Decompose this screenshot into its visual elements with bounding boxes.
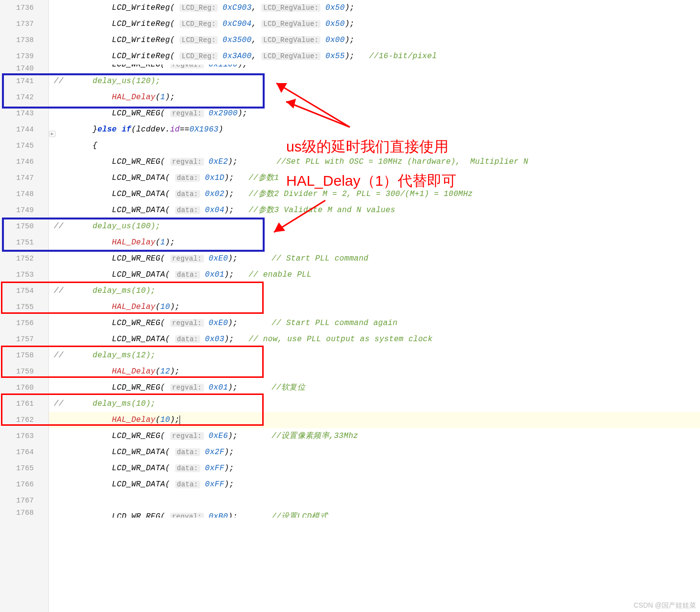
code-editor: 1736 1737 1738 1739 1740 1741 1742 1743 … — [0, 0, 700, 612]
line-number: 1765 — [0, 460, 48, 477]
code-line[interactable]: LCD_WR_REG( regval: 0x2900); — [49, 106, 700, 122]
code-line[interactable]: LCD_WR_DATA( data: 0xFF); — [49, 460, 700, 477]
watermark-text: CSDN @国产娃娃菜 — [633, 601, 696, 610]
code-line[interactable]: LCD_WR_DATA( data: 0xFF); — [49, 477, 700, 493]
line-number: 1759 — [0, 364, 48, 380]
code-line[interactable]: // delay_us(100); — [49, 219, 700, 235]
line-number: 1758 — [0, 348, 48, 364]
code-line[interactable]: HAL_Delay(1); — [49, 89, 700, 106]
code-line[interactable]: HAL_Delay(1); — [49, 235, 700, 251]
line-number: 1744 — [0, 122, 48, 138]
code-line[interactable]: { — [49, 138, 700, 154]
code-line[interactable]: // delay_ms(12); — [49, 348, 700, 364]
line-number: 1757 — [0, 331, 48, 348]
line-number: 1745 — [0, 138, 48, 154]
code-line[interactable]: HAL_Delay(10); — [49, 299, 700, 315]
line-number: 1739 — [0, 48, 48, 65]
line-number: 1738 — [0, 32, 48, 48]
line-number: 1748 — [0, 186, 48, 202]
code-line[interactable]: HAL_Delay(12); — [49, 364, 700, 380]
line-number: 1764 — [0, 444, 48, 460]
line-number: 1746 — [0, 154, 48, 170]
line-number: 1740 — [0, 65, 48, 73]
line-number: 1762 — [0, 412, 48, 428]
line-number: 1763 — [0, 428, 48, 444]
line-number: 1753 — [0, 267, 48, 283]
line-number: 1737 — [0, 16, 48, 32]
code-content[interactable]: LCD_WriteReg( LCD_Reg: 0xC903, LCD_RegVa… — [49, 0, 700, 612]
line-number: 1749 — [0, 202, 48, 219]
code-line[interactable]: LCD_WR_DATA( data: 0x1D); //参数1 — [49, 170, 700, 186]
line-number: 1750 — [0, 219, 48, 235]
code-line[interactable]: // delay_ms(10); — [49, 283, 700, 299]
code-line[interactable]: LCD_WR_DATA( data: 0x03); // now, use PL… — [49, 331, 700, 348]
code-line[interactable]: LCD_WR_REG( regval: 0xE0); // Start PLL … — [49, 251, 700, 267]
line-number: 1766 — [0, 477, 48, 493]
code-line[interactable]: LCD_WriteReg( LCD_Reg: 0x3500, LCD_RegVa… — [49, 32, 700, 48]
line-number: 1741 — [0, 73, 48, 89]
line-number: 1743 — [0, 106, 48, 122]
code-line-current[interactable]: HAL_Delay(10); — [49, 412, 700, 428]
code-line[interactable]: // delay_ms(10); — [49, 396, 700, 412]
line-number: 1760 — [0, 380, 48, 396]
line-number: 1754 — [0, 283, 48, 299]
code-line[interactable]: LCD_WR_REG( regval: 0x1100); — [49, 65, 700, 73]
line-number: 1755 — [0, 299, 48, 315]
line-number: 1742 — [0, 89, 48, 106]
line-number: 1751 — [0, 235, 48, 251]
code-line[interactable]: LCD_WR_DATA( data: 0x01); // enable PLL — [49, 267, 700, 283]
code-line[interactable] — [49, 493, 700, 509]
code-line[interactable]: LCD_WR_REG( regval: 0xE2); //Set PLL wit… — [49, 154, 700, 170]
line-number-gutter: 1736 1737 1738 1739 1740 1741 1742 1743 … — [0, 0, 49, 612]
line-number: 1767 — [0, 493, 48, 509]
code-line[interactable]: LCD_WR_REG( regval: 0xE0); // Start PLL … — [49, 315, 700, 331]
code-line[interactable]: LCD_WriteReg( LCD_Reg: 0xC904, LCD_RegVa… — [49, 16, 700, 32]
code-line[interactable]: LCD_WR_REG( regval: 0xB0); //设置LCD模式 — [49, 509, 700, 518]
line-number: 1736 — [0, 0, 48, 16]
line-number: 1761 — [0, 396, 48, 412]
code-line[interactable]: }else if(lcddev.id==0X1963) — [49, 122, 700, 138]
code-line[interactable]: LCD_WriteReg( LCD_Reg: 0xC903, LCD_RegVa… — [49, 0, 700, 16]
code-line[interactable]: LCD_WriteReg( LCD_Reg: 0x3A00, LCD_RegVa… — [49, 48, 700, 65]
code-line[interactable]: LCD_WR_DATA( data: 0x02); //参数2 Divider … — [49, 186, 700, 202]
text-cursor — [180, 415, 180, 424]
code-line[interactable]: LCD_WR_REG( regval: 0x01); //软复位 — [49, 380, 700, 396]
code-line[interactable]: LCD_WR_DATA( data: 0x2F); — [49, 444, 700, 460]
code-line[interactable]: LCD_WR_DATA( data: 0x04); //参数3 Validate… — [49, 202, 700, 219]
line-number: 1747 — [0, 170, 48, 186]
code-line[interactable]: LCD_WR_REG( regval: 0xE6); //设置像素频率,33Mh… — [49, 428, 700, 444]
line-number: 1752 — [0, 251, 48, 267]
line-number: 1756 — [0, 315, 48, 331]
code-line[interactable]: // delay_us(120); — [49, 73, 700, 89]
line-number: 1768 — [0, 509, 48, 518]
